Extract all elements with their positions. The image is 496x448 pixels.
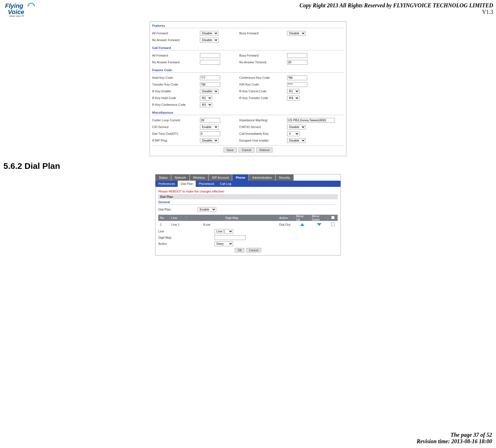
tab-network[interactable]: Network (171, 174, 189, 181)
row-checkbox[interactable] (328, 223, 338, 227)
cf-busy-forward-label: Busy Forward: (239, 54, 287, 57)
call-immediately-label: Call Immediately Key: (239, 132, 287, 135)
form-line-label: Line (158, 230, 215, 233)
move-down-button[interactable] (310, 223, 328, 226)
tab-sip-account[interactable]: SIP Account (209, 174, 232, 181)
logo: Flying Voice Voice over IP (3, 2, 37, 18)
impedance-label: Impedance Maching: (239, 118, 287, 122)
escaped-char-label: Escaped char enable: (239, 139, 287, 142)
th-line: Line (170, 216, 186, 219)
conference-key-label: Conference Key Code (239, 76, 287, 79)
tab-status[interactable]: Status (155, 174, 171, 181)
page-footer: The page 37 of 52 Revision time: 2013-08… (417, 432, 492, 445)
subtab-call-log[interactable]: Call Log (217, 181, 234, 187)
th-digit-map: Digit Map (186, 216, 278, 219)
subtab-preferences[interactable]: Preferences (155, 181, 178, 187)
feature-code-title: Feature Code (152, 68, 344, 73)
form-action-label: Action (158, 242, 215, 245)
dial-plan-select[interactable]: Enable (198, 207, 216, 212)
form-line-select[interactable]: Line 1 (215, 229, 233, 234)
save-button[interactable]: Save (224, 147, 237, 153)
rkey-cancel-select[interactable]: R1 (287, 89, 299, 94)
panel-title: Dial Plan (158, 194, 338, 199)
subtab-phonebook[interactable]: Phonebook (196, 181, 217, 187)
cf-all-forward-label: All Forward: (152, 54, 200, 57)
cell-action: Dial Out (278, 223, 294, 226)
move-up-button[interactable] (294, 223, 310, 226)
footer-revision: Revision time: 2013-08-16 18:00 (417, 438, 492, 445)
all-forward-select[interactable]: Disable (200, 31, 218, 36)
cf-no-answer-timeout-input[interactable] (287, 60, 307, 65)
chevron-down-icon (317, 223, 321, 226)
general-title: General (158, 200, 338, 205)
codec-loop-input[interactable] (200, 118, 220, 123)
ivr-key-input[interactable] (287, 82, 307, 87)
tab-wireless[interactable]: Wireless (190, 174, 208, 181)
codec-loop-label: Codec Loop Current: (152, 118, 200, 122)
no-answer-forward-select[interactable]: Disable (200, 38, 218, 42)
form-digit-map-input[interactable] (215, 235, 245, 240)
ivr-key-label: IVR Key Code (239, 83, 287, 86)
logo-tagline: Voice over IP (9, 15, 24, 17)
conference-key-input[interactable] (287, 75, 307, 80)
th-action: Action (278, 216, 294, 219)
cell-digit-map: 8,xxx (186, 223, 278, 226)
escaped-char-select[interactable]: Disable (287, 138, 306, 143)
rkey-enable-select[interactable]: Disable (200, 89, 218, 94)
rkey-enable-label: R Key Enable (152, 89, 200, 93)
rkey-hold-label: R Key Hold Code (152, 96, 200, 100)
section-heading: 5.6.2 Dial Plan (3, 161, 493, 171)
rkey-hold-select[interactable]: R2 (200, 96, 212, 100)
dial-plan-table-header: No. Line Digit Map Action Move Up Move D… (158, 215, 338, 221)
rkey-transfer-select[interactable]: R4 (287, 96, 299, 100)
form-action-select[interactable]: Deny (215, 241, 233, 246)
page-header: Flying Voice Voice over IP Copy Right 20… (3, 2, 493, 18)
screenshot-features: Features All Forward: Disable Busy Forwa… (150, 21, 346, 156)
main-tabs: Status Network Wireless SIP Account Phon… (155, 174, 341, 181)
rkey-cancel-label: R Key Cancel Code (239, 89, 287, 93)
busy-forward-label: Busy Forward: (239, 32, 287, 35)
impedance-input[interactable] (287, 118, 335, 123)
all-forward-label: All Forward: (152, 32, 200, 35)
dial-timeout-input[interactable] (200, 131, 220, 136)
transfer-key-label: Transfer Key Code (152, 83, 200, 86)
hold-key-label: Hold Key Code (152, 76, 200, 79)
busy-forward-select[interactable]: Disable (287, 31, 306, 36)
no-answer-forward-label: No Answer Forward: (152, 38, 200, 42)
tab-administration[interactable]: Administration (249, 174, 275, 181)
cf-no-answer-timeout-label: No Answer Timeout: (239, 61, 287, 64)
call-immediately-select[interactable]: # (287, 131, 299, 136)
tab-security[interactable]: Security (276, 174, 294, 181)
sub-tabs: Preferences Dial Plan Phonebook Call Log (155, 181, 341, 187)
reboot-button[interactable]: Reboot (256, 147, 272, 153)
cwcid-service-label: CWCID Service (239, 125, 287, 129)
cancel-button-2[interactable]: Cancel (246, 248, 261, 252)
misc-title: Miscellaneous (152, 111, 344, 115)
footer-page: The page 37 of 52 (417, 432, 492, 438)
cf-no-answer-forward-label: No Answer Forward: (152, 61, 200, 64)
tab-phone[interactable]: Phone (232, 174, 249, 181)
form-digit-map-label: Digit Map (158, 236, 215, 239)
ok-button[interactable]: OK (235, 248, 244, 252)
header-right: Copy Right 2013 All Rights Reserved by F… (299, 2, 493, 15)
rkey-conference-select[interactable]: R3 (200, 102, 212, 107)
icmp-ping-label: ICMP Ping: (152, 139, 200, 142)
cwcid-service-select[interactable]: Disable (287, 125, 306, 129)
th-checkbox (328, 216, 338, 220)
cf-no-answer-forward-input[interactable] (200, 60, 220, 65)
rkey-transfer-label: R Key Transfer Code (239, 96, 287, 100)
rkey-conference-label: R Key Conference Code (152, 103, 200, 106)
icmp-ping-select[interactable]: Disable (200, 138, 218, 143)
cf-busy-forward-input[interactable] (287, 53, 307, 58)
th-move-down: Move Down (310, 214, 328, 221)
transfer-key-input[interactable] (200, 82, 220, 87)
call-forward-title: Call Forward (152, 46, 344, 50)
cancel-button[interactable]: Cancel (239, 147, 254, 153)
copyright: Copy Right 2013 All Rights Reserved by F… (299, 2, 493, 9)
hold-key-input[interactable] (200, 75, 220, 80)
subtab-dial-plan[interactable]: Dial Plan (178, 181, 196, 187)
cf-all-forward-input[interactable] (200, 53, 220, 58)
th-move-up: Move Up (294, 214, 310, 221)
cid-service-select[interactable]: Enable (200, 125, 218, 129)
th-no: No. (158, 216, 170, 219)
